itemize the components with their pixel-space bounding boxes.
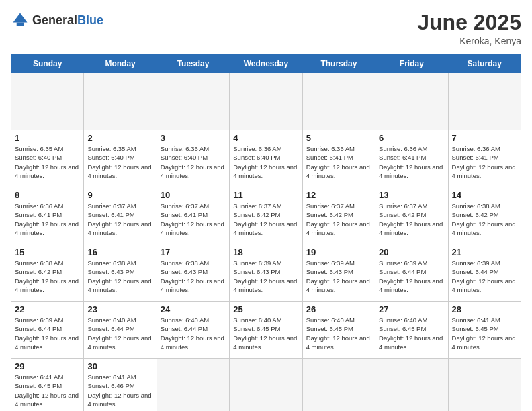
location-title: Keroka, Kenya bbox=[417, 36, 521, 46]
table-row bbox=[448, 359, 521, 411]
table-row: 15 Sunrise: 6:38 AMSunset: 6:42 PMDaylig… bbox=[11, 244, 84, 302]
day-info: Sunrise: 6:37 AMSunset: 6:41 PMDaylight:… bbox=[87, 201, 152, 237]
header-friday: Friday bbox=[375, 55, 448, 73]
day-number: 21 bbox=[452, 247, 517, 257]
table-row bbox=[230, 73, 302, 130]
table-row bbox=[302, 359, 375, 411]
day-info: Sunrise: 6:36 AMSunset: 6:41 PMDaylight:… bbox=[452, 144, 517, 180]
day-number: 12 bbox=[306, 190, 371, 200]
day-number: 29 bbox=[15, 361, 80, 371]
day-info: Sunrise: 6:38 AMSunset: 6:43 PMDaylight:… bbox=[87, 259, 152, 294]
day-number: 4 bbox=[233, 133, 298, 143]
table-row: 20 Sunrise: 6:39 AMSunset: 6:44 PMDaylig… bbox=[375, 244, 448, 302]
table-row: 30 Sunrise: 6:41 AMSunset: 6:46 PMDaylig… bbox=[84, 359, 157, 411]
table-row: 9 Sunrise: 6:37 AMSunset: 6:41 PMDayligh… bbox=[84, 187, 157, 244]
day-info: Sunrise: 6:40 AMSunset: 6:44 PMDaylight:… bbox=[161, 316, 226, 351]
day-info: Sunrise: 6:37 AMSunset: 6:41 PMDaylight:… bbox=[161, 201, 226, 237]
table-row: 3 Sunrise: 6:36 AMSunset: 6:40 PMDayligh… bbox=[157, 130, 229, 187]
day-number: 16 bbox=[87, 247, 152, 257]
svg-rect-1 bbox=[17, 23, 24, 26]
day-info: Sunrise: 6:39 AMSunset: 6:43 PMDaylight:… bbox=[306, 259, 371, 294]
day-info: Sunrise: 6:35 AMSunset: 6:40 PMDaylight:… bbox=[87, 144, 152, 180]
day-number: 19 bbox=[306, 247, 371, 257]
header-thursday: Thursday bbox=[302, 55, 375, 73]
title-area: June 2025 Keroka, Kenya bbox=[417, 11, 521, 46]
table-row: 26 Sunrise: 6:40 AMSunset: 6:45 PMDaylig… bbox=[302, 302, 375, 359]
day-number: 26 bbox=[306, 304, 371, 314]
month-title: June 2025 bbox=[417, 11, 521, 34]
day-info: Sunrise: 6:38 AMSunset: 6:42 PMDaylight:… bbox=[452, 201, 517, 237]
table-row: 16 Sunrise: 6:38 AMSunset: 6:43 PMDaylig… bbox=[84, 244, 157, 302]
day-number: 28 bbox=[452, 304, 517, 314]
day-number: 7 bbox=[452, 133, 517, 143]
day-info: Sunrise: 6:38 AMSunset: 6:42 PMDaylight:… bbox=[15, 259, 80, 294]
day-number: 22 bbox=[15, 304, 80, 314]
day-number: 11 bbox=[233, 190, 298, 200]
table-row: 2 Sunrise: 6:35 AMSunset: 6:40 PMDayligh… bbox=[84, 130, 157, 187]
day-number: 6 bbox=[379, 133, 444, 143]
table-row bbox=[84, 73, 157, 130]
day-number: 8 bbox=[15, 190, 80, 200]
table-row: 8 Sunrise: 6:36 AMSunset: 6:41 PMDayligh… bbox=[11, 187, 84, 244]
header-wednesday: Wednesday bbox=[230, 55, 302, 73]
table-row: 18 Sunrise: 6:39 AMSunset: 6:43 PMDaylig… bbox=[230, 244, 302, 302]
table-row: 28 Sunrise: 6:41 AMSunset: 6:45 PMDaylig… bbox=[448, 302, 521, 359]
day-number: 14 bbox=[452, 190, 517, 200]
table-row: 25 Sunrise: 6:40 AMSunset: 6:45 PMDaylig… bbox=[230, 302, 302, 359]
day-info: Sunrise: 6:40 AMSunset: 6:44 PMDaylight:… bbox=[87, 316, 152, 351]
day-number: 1 bbox=[15, 133, 80, 143]
day-info: Sunrise: 6:40 AMSunset: 6:45 PMDaylight:… bbox=[306, 316, 371, 351]
table-row bbox=[11, 73, 84, 130]
day-number: 3 bbox=[161, 133, 226, 143]
table-row: 7 Sunrise: 6:36 AMSunset: 6:41 PMDayligh… bbox=[448, 130, 521, 187]
table-row bbox=[302, 73, 375, 130]
day-info: Sunrise: 6:38 AMSunset: 6:43 PMDaylight:… bbox=[161, 259, 226, 294]
svg-marker-0 bbox=[13, 13, 28, 23]
calendar-header-row: Sunday Monday Tuesday Wednesday Thursday… bbox=[11, 55, 521, 73]
day-info: Sunrise: 6:35 AMSunset: 6:40 PMDaylight:… bbox=[15, 144, 80, 180]
header-tuesday: Tuesday bbox=[157, 55, 229, 73]
table-row: 29 Sunrise: 6:41 AMSunset: 6:45 PMDaylig… bbox=[11, 359, 84, 411]
table-row bbox=[157, 73, 229, 130]
day-info: Sunrise: 6:36 AMSunset: 6:41 PMDaylight:… bbox=[379, 144, 444, 180]
day-info: Sunrise: 6:40 AMSunset: 6:45 PMDaylight:… bbox=[233, 316, 298, 351]
day-number: 17 bbox=[161, 247, 226, 257]
table-row: 12 Sunrise: 6:37 AMSunset: 6:42 PMDaylig… bbox=[302, 187, 375, 244]
day-info: Sunrise: 6:36 AMSunset: 6:40 PMDaylight:… bbox=[161, 144, 226, 180]
table-row: 5 Sunrise: 6:36 AMSunset: 6:41 PMDayligh… bbox=[302, 130, 375, 187]
day-number: 5 bbox=[306, 133, 371, 143]
logo-general: GeneralBlue bbox=[32, 14, 103, 27]
day-number: 23 bbox=[87, 304, 152, 314]
day-number: 2 bbox=[87, 133, 152, 143]
table-row: 27 Sunrise: 6:40 AMSunset: 6:45 PMDaylig… bbox=[375, 302, 448, 359]
table-row: 1 Sunrise: 6:35 AMSunset: 6:40 PMDayligh… bbox=[11, 130, 84, 187]
day-info: Sunrise: 6:39 AMSunset: 6:44 PMDaylight:… bbox=[452, 259, 517, 294]
day-number: 20 bbox=[379, 247, 444, 257]
header-sunday: Sunday bbox=[11, 55, 84, 73]
table-row: 11 Sunrise: 6:37 AMSunset: 6:42 PMDaylig… bbox=[230, 187, 302, 244]
table-row: 21 Sunrise: 6:39 AMSunset: 6:44 PMDaylig… bbox=[448, 244, 521, 302]
table-row: 6 Sunrise: 6:36 AMSunset: 6:41 PMDayligh… bbox=[375, 130, 448, 187]
logo: GeneralBlue bbox=[11, 11, 103, 30]
header-saturday: Saturday bbox=[448, 55, 521, 73]
day-number: 27 bbox=[379, 304, 444, 314]
day-info: Sunrise: 6:37 AMSunset: 6:42 PMDaylight:… bbox=[379, 201, 444, 237]
day-info: Sunrise: 6:40 AMSunset: 6:45 PMDaylight:… bbox=[379, 316, 444, 351]
table-row bbox=[375, 73, 448, 130]
day-number: 18 bbox=[233, 247, 298, 257]
table-row: 19 Sunrise: 6:39 AMSunset: 6:43 PMDaylig… bbox=[302, 244, 375, 302]
day-info: Sunrise: 6:39 AMSunset: 6:43 PMDaylight:… bbox=[233, 259, 298, 294]
table-row: 23 Sunrise: 6:40 AMSunset: 6:44 PMDaylig… bbox=[84, 302, 157, 359]
day-info: Sunrise: 6:37 AMSunset: 6:42 PMDaylight:… bbox=[306, 201, 371, 237]
table-row: 13 Sunrise: 6:37 AMSunset: 6:42 PMDaylig… bbox=[375, 187, 448, 244]
table-row bbox=[157, 359, 229, 411]
day-info: Sunrise: 6:37 AMSunset: 6:42 PMDaylight:… bbox=[233, 201, 298, 237]
logo-icon bbox=[11, 11, 30, 30]
day-info: Sunrise: 6:41 AMSunset: 6:45 PMDaylight:… bbox=[15, 373, 80, 408]
table-row bbox=[230, 359, 302, 411]
calendar: Sunday Monday Tuesday Wednesday Thursday… bbox=[11, 54, 521, 411]
table-row bbox=[448, 73, 521, 130]
header: GeneralBlue June 2025 Keroka, Kenya bbox=[11, 11, 521, 46]
table-row: 4 Sunrise: 6:36 AMSunset: 6:40 PMDayligh… bbox=[230, 130, 302, 187]
day-info: Sunrise: 6:41 AMSunset: 6:46 PMDaylight:… bbox=[87, 373, 152, 408]
